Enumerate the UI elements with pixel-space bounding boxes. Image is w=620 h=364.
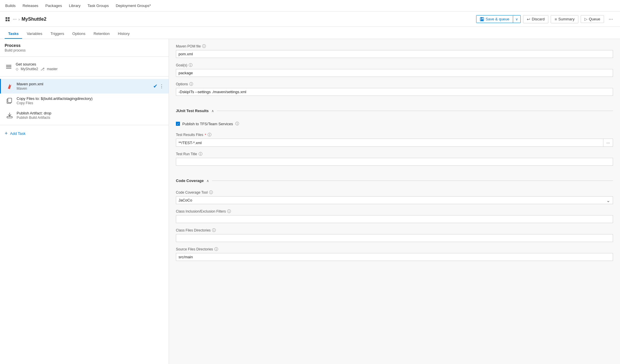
options-input[interactable]	[176, 88, 613, 96]
svg-rect-2	[6, 20, 7, 21]
tab-variables[interactable]: Variables	[23, 29, 46, 39]
test-run-info-icon[interactable]: ⓘ	[199, 151, 202, 157]
get-sources-content: Get sources ◇ MyShuttle2 ⎇ master	[16, 62, 164, 71]
header: ··· › MyShuttle2 Save & queue ∨ ↩ Discar…	[0, 12, 620, 27]
publish-artifact-subtitle: Publish Build Artifacts	[17, 116, 164, 120]
source-files-input[interactable]	[176, 253, 613, 261]
nav-builds[interactable]: Builds	[5, 3, 16, 8]
summary-label: Summary	[558, 17, 575, 21]
tabs-row: Tasks Variables Triggers Options Retenti…	[0, 27, 620, 39]
header-left: ··· › MyShuttle2	[5, 16, 476, 22]
publish-tfs-info-icon[interactable]: ⓘ	[235, 121, 239, 126]
process-header: Process Build process	[0, 39, 169, 54]
source-files-label: Source Files Directories ⓘ	[176, 247, 613, 252]
queue-icon: ▷	[584, 17, 587, 21]
junit-section-line	[217, 111, 613, 111]
publish-tfs-checkbox[interactable]	[176, 122, 180, 126]
goals-info-icon[interactable]: ⓘ	[189, 63, 192, 68]
class-filters-group: Class Inclusion/Exclusion Filters ⓘ	[176, 209, 613, 223]
coverage-tool-select[interactable]: JaCoCo Cobertura	[176, 196, 613, 204]
maven-pom-input[interactable]	[176, 50, 613, 58]
test-results-files-input[interactable]	[176, 139, 603, 147]
maven-icon	[6, 82, 14, 90]
save-queue-label: Save & queue	[485, 17, 509, 21]
nav-task-groups[interactable]: Task Groups	[87, 3, 109, 8]
code-coverage-section-line	[212, 181, 613, 181]
coverage-tool-label: Code Coverage Tool ⓘ	[176, 190, 613, 195]
code-coverage-collapse-icon[interactable]: ∧	[206, 179, 209, 183]
queue-label: Queue	[589, 17, 600, 21]
class-filters-label: Class Inclusion/Exclusion Filters ⓘ	[176, 209, 613, 214]
task-publish-artifact[interactable]: Publish Artifact: drop Publish Build Art…	[0, 108, 169, 123]
branch-name: master	[47, 67, 58, 71]
options-label-text: Options	[176, 82, 188, 86]
copy-files-title: Copy Files to: $(build.artifactstagingdi…	[17, 96, 164, 101]
maven-pom-info-icon[interactable]: ⓘ	[202, 44, 206, 49]
sidebar: Process Build process Get sources ◇ MySh…	[0, 39, 169, 364]
save-queue-button[interactable]: Save & queue	[476, 15, 513, 23]
class-filters-input[interactable]	[176, 215, 613, 223]
nav-deployment-groups[interactable]: Deployment Groups*	[115, 3, 151, 8]
task-maven[interactable]: Maven pom.xml Maven ✔ ⋮	[0, 79, 169, 93]
repo-icon: ◇	[16, 67, 18, 71]
class-filters-info-icon[interactable]: ⓘ	[227, 209, 231, 214]
queue-button[interactable]: ▷ Queue	[581, 15, 604, 23]
required-asterisk: *	[205, 133, 206, 137]
sidebar-divider-1	[0, 56, 169, 57]
tab-triggers[interactable]: Triggers	[47, 29, 68, 39]
get-sources-item[interactable]: Get sources ◇ MyShuttle2 ⎇ master	[0, 59, 169, 74]
process-subtitle: Build process	[5, 48, 164, 52]
publish-artifact-title: Publish Artifact: drop	[17, 111, 164, 115]
test-run-title-input[interactable]	[176, 158, 613, 166]
maven-task-subtitle: Maven	[17, 86, 153, 91]
top-navigation: Builds Releases Packages Library Task Gr…	[0, 0, 620, 12]
nav-releases[interactable]: Releases	[22, 3, 39, 8]
dots-menu[interactable]: ···	[13, 17, 17, 22]
tab-options[interactable]: Options	[69, 29, 89, 39]
options-group: Options ⓘ	[176, 82, 613, 96]
add-task-icon: +	[5, 130, 8, 137]
class-files-group: Class Files Directories ⓘ	[176, 228, 613, 242]
tab-history[interactable]: History	[114, 29, 133, 39]
summary-button[interactable]: ≡ Summary	[551, 15, 578, 23]
class-files-info-icon[interactable]: ⓘ	[212, 228, 216, 233]
class-files-label: Class Files Directories ⓘ	[176, 228, 613, 233]
svg-rect-0	[6, 17, 7, 19]
tab-tasks[interactable]: Tasks	[5, 29, 22, 39]
save-queue-dropdown[interactable]: ∨	[513, 16, 520, 23]
task-menu-icon[interactable]: ⋮	[159, 84, 164, 89]
svg-rect-9	[7, 116, 12, 118]
discard-button[interactable]: ↩ Discard	[523, 15, 548, 23]
coverage-tool-select-wrapper: JaCoCo Cobertura	[176, 196, 613, 204]
goals-input[interactable]	[176, 69, 613, 77]
svg-rect-8	[8, 98, 12, 103]
junit-section-title: JUnit Test Results	[176, 109, 209, 113]
maven-pom-label-text: Maven POM file	[176, 44, 201, 48]
get-sources-title: Get sources	[16, 62, 164, 66]
options-info-icon[interactable]: ⓘ	[189, 82, 193, 87]
source-files-info-icon[interactable]: ⓘ	[214, 247, 218, 252]
coverage-tool-label-text: Code Coverage Tool	[176, 190, 208, 195]
tab-retention[interactable]: Retention	[90, 29, 113, 39]
goals-label-text: Goal(s)	[176, 63, 187, 67]
svg-rect-6	[481, 19, 483, 21]
test-results-browse-button[interactable]: ···	[603, 139, 613, 147]
class-files-input[interactable]	[176, 234, 613, 242]
nav-packages[interactable]: Packages	[45, 3, 63, 8]
publish-tfs-group: Publish to TFS/Team Services ⓘ	[176, 120, 613, 128]
maven-pom-group: Maven POM file ⓘ	[176, 44, 613, 58]
process-title: Process	[5, 43, 164, 48]
maven-pom-section: Maven POM file ⓘ Goal(s) ⓘ Options ⓘ	[169, 39, 620, 105]
code-coverage-section-header: Code Coverage ∧	[169, 175, 620, 185]
nav-library[interactable]: Library	[68, 3, 81, 8]
more-options-button[interactable]: ···	[606, 15, 615, 23]
add-task-row[interactable]: + Add Task	[0, 128, 169, 139]
right-panel: Maven POM file ⓘ Goal(s) ⓘ Options ⓘ	[169, 39, 620, 364]
test-results-info-icon[interactable]: ⓘ	[208, 132, 211, 137]
test-results-files-group: Test Results Files * ⓘ ···	[176, 132, 613, 147]
source-files-label-text: Source Files Directories	[176, 247, 213, 251]
task-copy-files[interactable]: Copy Files to: $(build.artifactstagingdi…	[0, 93, 169, 108]
page-title: MyShuttle2	[22, 17, 46, 22]
coverage-tool-info-icon[interactable]: ⓘ	[209, 190, 213, 195]
junit-collapse-icon[interactable]: ∧	[211, 109, 214, 113]
